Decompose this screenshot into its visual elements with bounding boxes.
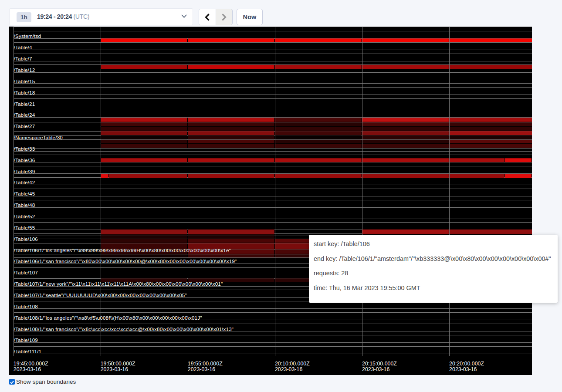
svg-text:/Table/109: /Table/109 bbox=[14, 337, 38, 343]
svg-text:/Table/45: /Table/45 bbox=[14, 191, 35, 196]
svg-text:19:50:00.000Z: 19:50:00.000Z bbox=[101, 361, 135, 367]
svg-text:/Table/108: /Table/108 bbox=[14, 304, 38, 309]
svg-text:20:20:00.000Z: 20:20:00.000Z bbox=[449, 361, 484, 367]
svg-text:/Table/36: /Table/36 bbox=[14, 157, 35, 163]
svg-text:/Table/107: /Table/107 bbox=[14, 270, 38, 275]
svg-text:/Table/107/1/"new york"/"\x11\: /Table/107/1/"new york"/"\x11\x11\x11\x1… bbox=[14, 281, 223, 287]
svg-text:/Table/107/1/"seattle"/"UUUUUU: /Table/107/1/"seattle"/"UUUUUUUD\x00\x80… bbox=[14, 292, 187, 298]
svg-text:/NamespaceTable/30: /NamespaceTable/30 bbox=[14, 135, 63, 140]
svg-text:/Table/27: /Table/27 bbox=[14, 123, 35, 129]
svg-text:2023-03-16: 2023-03-16 bbox=[188, 366, 215, 372]
svg-text:20:15:00.000Z: 20:15:00.000Z bbox=[362, 361, 397, 367]
svg-text:/Table/18: /Table/18 bbox=[14, 90, 35, 95]
svg-text:2023-03-16: 2023-03-16 bbox=[362, 366, 389, 372]
svg-text:2023-03-16: 2023-03-16 bbox=[101, 366, 128, 372]
svg-text:/Table/106: /Table/106 bbox=[14, 236, 38, 242]
svg-text:/Table/33: /Table/33 bbox=[14, 146, 35, 152]
svg-text:/Table/106/1/"san francisco"/": /Table/106/1/"san francisco"/"\x80\x00\x… bbox=[14, 258, 237, 264]
svg-text:/Table/55: /Table/55 bbox=[14, 225, 35, 230]
svg-text:19:45:00.000Z: 19:45:00.000Z bbox=[14, 361, 48, 367]
svg-text:/Table/108/1/"los angeles"/"\x: /Table/108/1/"los angeles"/"\xa8\xf5\u00… bbox=[14, 315, 202, 321]
svg-text:/Table/48: /Table/48 bbox=[14, 202, 35, 208]
svg-text:/Table/21: /Table/21 bbox=[14, 101, 35, 107]
svg-text:/Table/12: /Table/12 bbox=[14, 67, 35, 73]
svg-text:/Table/52: /Table/52 bbox=[14, 213, 35, 219]
svg-text:2023-03-16: 2023-03-16 bbox=[14, 366, 41, 372]
svg-text:/Table/42: /Table/42 bbox=[14, 179, 35, 185]
svg-text:/Table/4: /Table/4 bbox=[14, 44, 32, 50]
svg-text:/Table/24: /Table/24 bbox=[14, 112, 35, 118]
svg-text:20:10:00.000Z: 20:10:00.000Z bbox=[275, 361, 310, 367]
svg-text:19:55:00.000Z: 19:55:00.000Z bbox=[188, 361, 223, 367]
svg-text:/Table/106/1/"los angeles"/"\x: /Table/106/1/"los angeles"/"\x99\x99\x99… bbox=[14, 247, 231, 253]
svg-text:2023-03-16: 2023-03-16 bbox=[275, 366, 302, 372]
svg-text:/Table/108/1/"san francisco"/": /Table/108/1/"san francisco"/"\x8c\xcc\x… bbox=[14, 326, 234, 332]
svg-text:/Table/15: /Table/15 bbox=[14, 78, 35, 84]
svg-text:2023-03-16: 2023-03-16 bbox=[449, 366, 477, 372]
svg-text:/Table/111/1: /Table/111/1 bbox=[14, 348, 42, 354]
svg-text:/Table/7: /Table/7 bbox=[14, 56, 32, 61]
svg-text:/Table/39: /Table/39 bbox=[14, 169, 35, 174]
svg-text:/System/tsd: /System/tsd bbox=[14, 33, 41, 39]
